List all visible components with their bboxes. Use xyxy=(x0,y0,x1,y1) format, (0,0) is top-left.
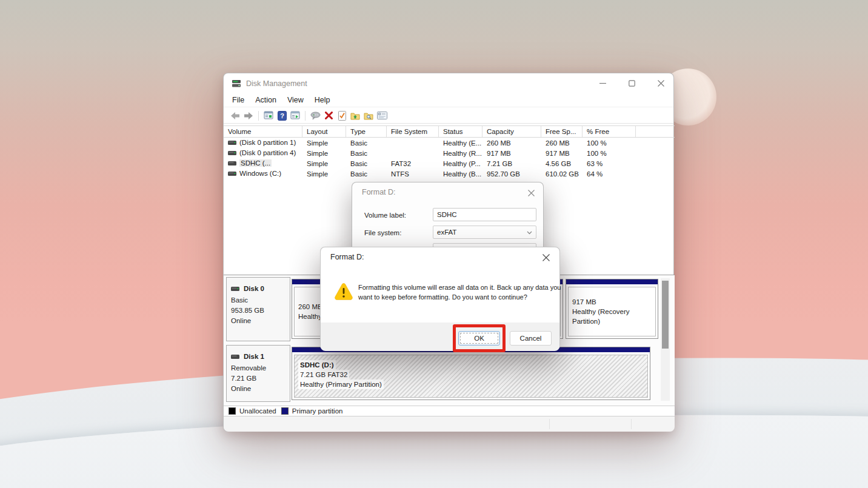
file-system-select[interactable]: exFAT xyxy=(433,226,536,239)
menu-view[interactable]: View xyxy=(282,96,309,104)
cell-free: 917 MB xyxy=(541,150,583,157)
cell-layout: Simple xyxy=(302,139,346,147)
toolbar-separator xyxy=(305,111,305,121)
help-icon[interactable]: ? xyxy=(276,110,288,121)
scrollbar-thumb[interactable] xyxy=(662,281,669,349)
cell-capacity: 7.21 GB xyxy=(482,160,541,167)
cell-layout: Simple xyxy=(302,150,346,157)
column-header-free-space[interactable]: Free Sp... xyxy=(541,126,583,137)
close-button[interactable] xyxy=(654,77,667,90)
disk0-state: Online xyxy=(231,316,290,326)
close-icon[interactable] xyxy=(541,253,551,262)
partition-size-fs: 7.21 GB FAT32 xyxy=(298,370,349,379)
disk1-partition-sdhc[interactable]: SDHC (D:) 7.21 GB FAT32 Healthy (Primary… xyxy=(292,347,650,400)
cell-layout: Simple xyxy=(302,160,346,167)
warning-icon xyxy=(334,282,353,301)
dialog-title: Format D: xyxy=(362,188,396,196)
delete-icon[interactable] xyxy=(322,110,335,121)
file-system-value: exFAT xyxy=(437,229,456,236)
table-row[interactable]: Windows (C:) Simple Basic NTFS Healthy (… xyxy=(224,169,675,179)
folder-find-icon[interactable] xyxy=(362,110,375,121)
column-header-type[interactable]: Type xyxy=(346,126,387,137)
column-header-pct-free[interactable]: % Free xyxy=(583,126,636,137)
volume-table-header: Volume Layout Type File System Status Ca… xyxy=(224,125,675,138)
dialog-title: Format D: xyxy=(330,253,364,261)
cell-status: Healthy (P... xyxy=(439,160,482,167)
partition-status: Healthy (Primary Partition) xyxy=(298,379,384,389)
callout-icon[interactable] xyxy=(309,110,321,121)
column-header-layout[interactable]: Layout xyxy=(302,126,346,137)
cell-fs: FAT32 xyxy=(387,160,439,167)
cell-status: Healthy (E... xyxy=(439,139,482,147)
column-header-filler xyxy=(636,126,675,137)
volume-name: (Disk 0 partition 1) xyxy=(239,139,296,146)
disk1-state: Online xyxy=(231,384,290,394)
disk0-partition3[interactable]: 917 MB Healthy (Recovery Partition) xyxy=(566,279,658,339)
column-header-status[interactable]: Status xyxy=(439,126,482,137)
status-bar xyxy=(224,416,675,432)
svg-text:?: ? xyxy=(280,112,284,119)
forward-arrow-icon[interactable] xyxy=(242,110,255,121)
cell-free: 610.02 GB xyxy=(541,170,583,178)
cell-capacity: 952.70 GB xyxy=(482,170,541,178)
chevron-down-icon xyxy=(527,229,532,236)
disk-view-icon[interactable] xyxy=(289,110,301,121)
legend-primary-label: Primary partition xyxy=(292,407,343,415)
cell-capacity: 917 MB xyxy=(482,150,541,157)
volume-label-input[interactable] xyxy=(433,208,536,221)
properties-icon[interactable] xyxy=(376,110,388,121)
disk1-name: Disk 1 xyxy=(244,352,264,362)
disk0-size: 953.85 GB xyxy=(231,306,290,316)
cell-fs: NTFS xyxy=(387,170,439,178)
disk-icon xyxy=(231,286,239,292)
disk-icon xyxy=(231,354,239,359)
cell-type: Basic xyxy=(346,139,387,147)
minimize-button[interactable] xyxy=(596,77,609,90)
menu-action[interactable]: Action xyxy=(250,96,282,104)
column-header-file-system[interactable]: File System xyxy=(387,126,439,137)
maximize-button[interactable] xyxy=(625,77,638,90)
disk1-kind: Removable xyxy=(231,363,290,373)
table-row[interactable]: (Disk 0 partition 4) Simple Basic Health… xyxy=(224,148,675,158)
statusbar-separator xyxy=(631,419,632,429)
ok-button[interactable]: OK xyxy=(458,331,500,346)
cell-status: Healthy (R... xyxy=(439,150,482,157)
toolbar: ? xyxy=(224,108,673,124)
computer-view-icon[interactable] xyxy=(262,110,275,121)
column-header-volume[interactable]: Volume xyxy=(224,126,302,137)
close-icon[interactable] xyxy=(526,188,536,198)
cell-free: 4.56 GB xyxy=(541,160,583,167)
partition-color-bar xyxy=(566,279,658,285)
title-bar: Disk Management xyxy=(224,73,673,93)
primary-partition-swatch xyxy=(281,407,289,415)
disk0-name: Disk 0 xyxy=(244,284,264,294)
window-title: Disk Management xyxy=(246,79,307,88)
disk0-panel[interactable]: Disk 0 Basic 953.85 GB Online xyxy=(226,277,290,341)
menu-file[interactable]: File xyxy=(227,96,250,104)
cell-pct-free: 100 % xyxy=(583,139,636,147)
desktop: Disk Management File Action View Help xyxy=(0,0,868,488)
disk1-panel[interactable]: Disk 1 Removable 7.21 GB Online xyxy=(226,345,290,402)
table-row-selected[interactable]: SDHC (... Simple Basic FAT32 Healthy (P.… xyxy=(224,158,675,169)
format-confirm-dialog: Format D: Formatting this volume will er… xyxy=(320,247,560,350)
table-row[interactable]: (Disk 0 partition 1) Simple Basic Health… xyxy=(224,138,675,148)
check-document-icon[interactable] xyxy=(336,110,348,121)
cell-type: Basic xyxy=(346,150,387,157)
column-header-capacity[interactable]: Capacity xyxy=(482,126,541,137)
vertical-scrollbar[interactable] xyxy=(661,278,670,401)
menu-help[interactable]: Help xyxy=(309,96,336,104)
volume-name: Windows (C:) xyxy=(239,170,281,177)
partition-title: SDHC (D:) xyxy=(298,360,336,370)
confirm-message: Formatting this volume will erase all da… xyxy=(358,282,569,302)
back-arrow-icon[interactable] xyxy=(229,110,241,121)
cell-pct-free: 100 % xyxy=(583,150,636,157)
cancel-button[interactable]: Cancel xyxy=(510,331,552,346)
disk1-size: 7.21 GB xyxy=(231,373,290,384)
cell-pct-free: 63 % xyxy=(583,160,636,167)
cell-layout: Simple xyxy=(302,170,346,178)
folder-up-icon[interactable] xyxy=(349,110,361,121)
statusbar-separator xyxy=(549,419,550,429)
cell-type: Basic xyxy=(346,160,387,167)
menu-bar: File Action View Help xyxy=(224,93,673,107)
partition-status: Healthy (Recovery Partition) xyxy=(572,307,655,326)
